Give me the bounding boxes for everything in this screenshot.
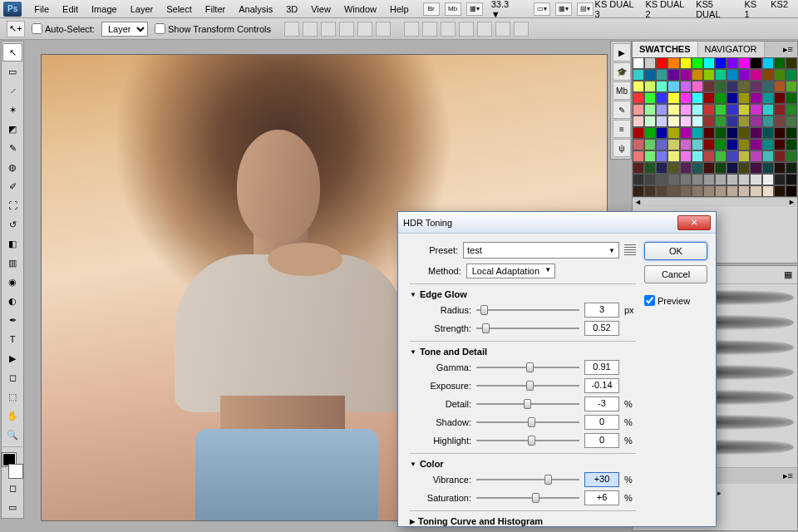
palette-kuler-icon[interactable]: 🎓 [613,62,631,81]
menu-view[interactable]: View [305,2,337,16]
swatch[interactable] [715,116,727,127]
swatch[interactable] [738,57,750,69]
swatch[interactable] [727,174,738,185]
detail-slider[interactable] [476,398,579,410]
radius-slider[interactable] [476,304,579,316]
dist-right-icon[interactable] [495,22,510,37]
cancel-button[interactable]: Cancel [644,265,707,283]
eraser-tool[interactable]: ◧ [2,234,22,253]
brush-tool[interactable]: ✐ [2,177,22,195]
swatch[interactable] [738,81,750,92]
swatch[interactable] [727,150,738,162]
swatch[interactable] [750,174,761,185]
swatch[interactable] [656,139,667,150]
swatch[interactable] [633,127,644,139]
swatch[interactable] [633,150,644,162]
swatch[interactable] [703,92,715,104]
gamma-slider[interactable] [476,362,579,373]
swatch[interactable] [738,185,750,197]
swatch[interactable] [633,69,644,81]
move-tool[interactable]: ↖ [2,43,22,62]
swatch[interactable] [786,150,797,162]
path-select-tool[interactable]: ▶ [2,349,22,367]
tab-swatches[interactable]: SWATCHES [633,42,698,57]
swatch[interactable] [774,127,786,139]
swatch[interactable] [644,81,656,92]
swatch[interactable] [738,92,750,104]
menu-3d[interactable]: 3D [280,2,303,16]
swatch[interactable] [656,116,667,127]
preview-checkbox[interactable]: Preview [644,295,707,306]
swatch[interactable] [762,81,774,92]
swatch[interactable] [656,57,667,69]
swatch[interactable] [762,174,774,185]
swatch[interactable] [692,116,703,127]
swatch[interactable] [667,150,679,162]
swatch[interactable] [667,104,679,116]
dist-left-icon[interactable] [459,22,474,37]
swatch[interactable] [667,162,679,174]
swatch[interactable] [680,69,692,81]
history-brush-tool[interactable]: ↺ [2,215,22,234]
swatch[interactable] [750,57,761,69]
swatch[interactable] [715,162,727,174]
swatch[interactable] [703,116,715,127]
swatch[interactable] [774,81,786,92]
swatch[interactable] [644,185,656,197]
ok-button[interactable]: OK [644,242,707,260]
swatch[interactable] [727,81,738,92]
swatch[interactable] [738,162,750,174]
method-dropdown[interactable]: Local Adaptation [466,264,555,278]
vibrance-field[interactable]: +30 [584,472,619,487]
swatch[interactable] [774,92,786,104]
swatch[interactable] [727,57,738,69]
palette-brush-icon[interactable]: ✎ [613,101,631,119]
workspace-ks5dual[interactable]: KS5 DUAL [696,0,736,19]
panel-menu-icon[interactable]: ▸≡ [779,468,797,484]
brush-toggle-icon[interactable]: ▦ [784,269,792,280]
swatch[interactable] [680,116,692,127]
swatch[interactable] [703,150,715,162]
swatch[interactable] [644,57,656,69]
swatch[interactable] [656,81,667,92]
dist-top-icon[interactable] [404,22,419,37]
extras-icon[interactable]: ▦▾ [555,2,572,16]
swatch[interactable] [738,127,750,139]
swatch[interactable] [644,104,656,116]
blur-tool[interactable]: ◉ [2,273,22,291]
swatch[interactable] [667,69,679,81]
swatch[interactable] [738,116,750,127]
swatch[interactable] [750,162,761,174]
exposure-slider[interactable] [476,380,579,392]
swatch[interactable] [762,127,774,139]
swatch[interactable] [692,92,703,104]
swatch[interactable] [738,139,750,150]
strength-slider[interactable] [476,323,579,334]
auto-select-target[interactable]: Layer [101,22,148,37]
swatch[interactable] [692,104,703,116]
swatch[interactable] [633,174,644,185]
menu-select[interactable]: Select [160,2,198,16]
gradient-tool[interactable]: ▥ [2,254,22,272]
swatch[interactable] [774,139,786,150]
swatch[interactable] [703,162,715,174]
swatch[interactable] [703,57,715,69]
crop-tool[interactable]: ◩ [2,120,22,138]
swatch[interactable] [786,185,797,197]
swatch[interactable] [680,174,692,185]
swatch[interactable] [656,162,667,174]
swatch[interactable] [762,92,774,104]
swatch[interactable] [715,174,727,185]
strength-field[interactable]: 0.52 [584,321,619,336]
quickmask-icon[interactable]: ◻ [2,479,22,497]
workspace-ks1[interactable]: KS 1 [745,0,763,19]
disclosure-down-icon[interactable]: ▼ [410,291,416,298]
exposure-field[interactable]: -0.14 [584,378,619,393]
swatch[interactable] [692,139,703,150]
align-left-icon[interactable] [339,22,354,37]
swatch[interactable] [692,127,703,139]
swatch-scrollbar[interactable] [633,197,797,207]
swatch[interactable] [727,127,738,139]
swatch[interactable] [774,150,786,162]
3d-tool[interactable]: ⬚ [2,387,22,406]
